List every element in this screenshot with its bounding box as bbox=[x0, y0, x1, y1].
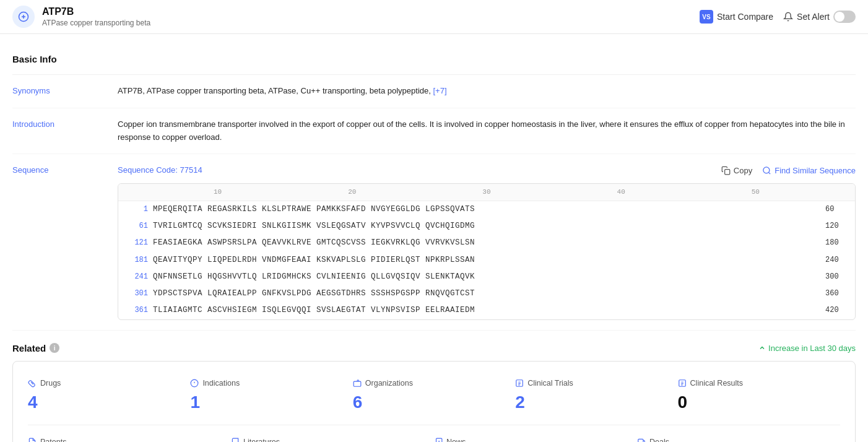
related-item[interactable]: News 111 bbox=[434, 433, 637, 442]
ruler-20: 20 bbox=[348, 187, 356, 198]
seq-end-num: 180 bbox=[825, 236, 848, 249]
basic-info-section: Basic Info Synonyms ATP7B, ATPase copper… bbox=[0, 34, 868, 331]
gene-icon bbox=[12, 6, 35, 28]
seq-content: YDPSCTSPVA LQRAIEALPP GNFKVSLPDG AEGSGTD… bbox=[153, 287, 820, 300]
sequence-header: Sequence Code: 77514 Copy Find Si bbox=[118, 164, 856, 177]
sequence-actions: Copy Find Similar Sequence bbox=[721, 166, 856, 175]
seq-end-num: 240 bbox=[825, 254, 848, 266]
sequence-line: 121 FEASIAEGKA ASWPSRSLPA QEAVVKLRVE GMT… bbox=[118, 235, 855, 251]
related-grid-top: Drugs 4 Indications 1 Organizations 6 Cl… bbox=[28, 374, 840, 417]
seq-end-num: 360 bbox=[825, 287, 848, 300]
start-compare-button[interactable]: VS Start Compare bbox=[700, 10, 773, 24]
related-title: Related i bbox=[12, 343, 59, 353]
introduction-row: Introduction Copper ion transmembrane tr… bbox=[12, 108, 856, 155]
seq-content: FEASIAEGKA ASWPSRSLPA QEAVVKLRVE GMTCQSC… bbox=[153, 236, 820, 249]
find-similar-button[interactable]: Find Similar Sequence bbox=[762, 166, 856, 175]
header-actions: VS Start Compare Set Alert bbox=[700, 10, 856, 24]
sequence-label: Sequence bbox=[12, 164, 118, 319]
related-item-value: 6 bbox=[353, 392, 515, 412]
seq-end-num: 420 bbox=[825, 304, 848, 316]
related-item-label: Organizations bbox=[353, 379, 515, 388]
sequence-scroll[interactable]: 1 MPEQERQITA REGASRKILS KLSLPTRAWE PAMKK… bbox=[118, 201, 855, 319]
find-similar-icon bbox=[762, 166, 771, 175]
related-box: Drugs 4 Indications 1 Organizations 6 Cl… bbox=[12, 361, 856, 442]
seq-start-num: 301 bbox=[126, 287, 148, 300]
related-item[interactable]: Clinical Results 0 bbox=[678, 374, 840, 417]
basic-info-title: Basic Info bbox=[12, 46, 856, 75]
sequence-code: Sequence Code: 77514 bbox=[118, 164, 202, 177]
seq-content: QNFNNSETLG HQGSHVVTLQ LRIDGMHCKS CVLNIEE… bbox=[153, 271, 820, 284]
header-left: ATP7B ATPase copper transporting beta bbox=[12, 6, 150, 28]
set-alert-button[interactable]: Set Alert bbox=[783, 11, 856, 23]
synonyms-value: ATP7B, ATPase copper transporting beta, … bbox=[118, 85, 856, 98]
copy-button[interactable]: Copy bbox=[721, 166, 752, 175]
related-item-label: Deals bbox=[637, 438, 840, 442]
svg-rect-1 bbox=[724, 170, 729, 175]
related-item-value: 4 bbox=[28, 392, 190, 412]
alert-toggle[interactable] bbox=[833, 11, 856, 23]
synonyms-more-link[interactable]: [+7] bbox=[433, 86, 446, 95]
sequence-line: 301 YDPSCTSPVA LQRAIEALPP GNFKVSLPDG AEG… bbox=[118, 285, 855, 302]
svg-point-2 bbox=[763, 167, 770, 173]
seq-content: TVRILGMTCQ SCVKSIEDRI SNLKGIISMK VSLEQGS… bbox=[153, 220, 820, 233]
related-item[interactable]: Indications 1 bbox=[190, 374, 352, 417]
seq-start-num: 1 bbox=[126, 203, 148, 215]
introduction-label: Introduction bbox=[12, 118, 118, 144]
related-item-label: Clinical Results bbox=[678, 379, 840, 388]
seq-start-num: 61 bbox=[126, 220, 148, 232]
related-item-label: Patents bbox=[28, 438, 231, 442]
arrow-up-icon bbox=[758, 344, 766, 352]
svg-rect-8 bbox=[354, 381, 361, 386]
sequence-row: Sequence Sequence Code: 77514 Copy bbox=[12, 154, 856, 330]
synonyms-label: Synonyms bbox=[12, 85, 118, 98]
related-section: Related i Increase in Last 30 days Drugs… bbox=[0, 331, 868, 442]
related-item-label: Indications bbox=[190, 379, 352, 388]
seq-content: QEAVITYQPY LIQPEDLRDH VNDMGFEAAI KSKVAPL… bbox=[153, 254, 820, 267]
related-item-label: Clinical Trials bbox=[515, 379, 677, 388]
ruler-50: 50 bbox=[752, 187, 760, 198]
seq-end-num: 120 bbox=[825, 220, 848, 232]
related-item-value: 1 bbox=[190, 392, 352, 412]
seq-start-num: 181 bbox=[126, 254, 148, 266]
sequence-content: Sequence Code: 77514 Copy Find Si bbox=[118, 164, 856, 319]
seq-start-num: 361 bbox=[126, 304, 148, 316]
sequence-line: 181 QEAVITYQPY LIQPEDLRDH VNDMGFEAAI KSK… bbox=[118, 252, 855, 269]
seq-content: MPEQERQITA REGASRKILS KLSLPTRAWE PAMKKSF… bbox=[153, 203, 820, 216]
seq-content: TLIAIAGMTC ASCVHSIEGM ISQLEGVQQI SVSLAEG… bbox=[153, 304, 820, 317]
copy-icon bbox=[721, 166, 731, 175]
bell-icon bbox=[783, 12, 793, 22]
sequence-line: 61 TVRILGMTCQ SCVKSIEDRI SNLKGIISMK VSLE… bbox=[118, 218, 855, 235]
related-item[interactable]: Literatures 1,503 bbox=[231, 433, 434, 442]
sequence-line: 1 MPEQERQITA REGASRKILS KLSLPTRAWE PAMKK… bbox=[118, 201, 855, 218]
sequence-line: 361 TLIAIAGMTC ASCVHSIEGM ISQLEGVQQI SVS… bbox=[118, 302, 855, 319]
seq-end-num: 300 bbox=[825, 271, 848, 283]
related-header: Related i Increase in Last 30 days bbox=[12, 343, 856, 353]
synonyms-row: Synonyms ATP7B, ATPase copper transporti… bbox=[12, 75, 856, 108]
related-item[interactable]: Deals 0 bbox=[637, 433, 840, 442]
related-item[interactable]: Drugs 4 bbox=[28, 374, 190, 417]
ruler-30: 30 bbox=[482, 187, 490, 198]
related-item[interactable]: Patents 7195 bbox=[28, 433, 231, 442]
seq-start-num: 241 bbox=[126, 271, 148, 283]
related-divider bbox=[28, 425, 840, 425]
related-item[interactable]: Organizations 6 bbox=[353, 374, 515, 417]
related-grid-bottom: Patents 7195 Literatures 1,503 News 111 … bbox=[28, 433, 840, 442]
gene-subtitle: ATPase copper transporting beta bbox=[42, 19, 150, 27]
ruler-10: 10 bbox=[214, 187, 222, 198]
related-info-icon[interactable]: i bbox=[50, 343, 59, 353]
svg-line-3 bbox=[769, 173, 771, 175]
gene-name: ATP7B bbox=[42, 6, 150, 17]
ruler-40: 40 bbox=[617, 187, 625, 198]
related-item-label: Literatures bbox=[231, 438, 434, 442]
header: ATP7B ATPase copper transporting beta VS… bbox=[0, 0, 868, 34]
related-item-label: Drugs bbox=[28, 379, 190, 388]
related-item[interactable]: Clinical Trials 2 bbox=[515, 374, 677, 417]
increase-text: Increase in Last 30 days bbox=[758, 344, 856, 353]
seq-end-num: 60 bbox=[825, 203, 848, 215]
sequence-line: 241 QNFNNSETLG HQGSHVVTLQ LRIDGMHCKS CVL… bbox=[118, 269, 855, 285]
seq-start-num: 121 bbox=[126, 236, 148, 249]
toggle-knob bbox=[835, 12, 844, 22]
sequence-box: 10 20 30 40 50 1 MPEQERQITA REGASRKILS K… bbox=[118, 183, 856, 319]
introduction-value: Copper ion transmembrane transporter inv… bbox=[118, 118, 856, 144]
related-item-label: News bbox=[434, 438, 637, 442]
